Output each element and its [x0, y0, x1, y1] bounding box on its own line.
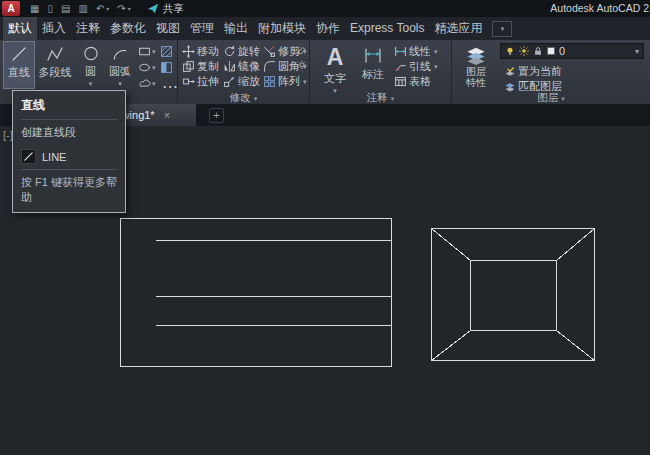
array-icon: [263, 75, 276, 88]
table-icon: [394, 75, 407, 88]
scale-icon: [223, 75, 236, 88]
line-button[interactable]: 直线: [4, 42, 34, 88]
erase-icon: [297, 45, 307, 55]
undo-dropdown-icon[interactable]: ▾: [106, 5, 109, 12]
chevron-down-icon: ▾: [391, 95, 395, 102]
drawn-diagonal-br[interactable]: [557, 331, 595, 361]
explode-button[interactable]: [297, 60, 307, 70]
drawn-diagonal-tl[interactable]: [432, 229, 471, 261]
ribbon-tab-manage[interactable]: 管理: [185, 17, 219, 40]
tooltip-description: 创建直线段: [21, 125, 117, 140]
arc-button[interactable]: 圆弧 ▾: [106, 42, 134, 88]
undo-icon[interactable]: ↶: [96, 3, 104, 14]
rotate-button[interactable]: 旋转: [223, 44, 260, 59]
save-icon[interactable]: ▤: [61, 3, 70, 14]
ribbon-tab-featured-apps[interactable]: 精选应用: [429, 17, 487, 40]
layer-select[interactable]: 0 ▾: [500, 43, 644, 59]
chevron-down-icon: ▾: [434, 63, 438, 71]
text-button[interactable]: A 文字 ▾: [318, 42, 352, 88]
revision-cloud-icon: [138, 77, 151, 90]
move-button[interactable]: 移动: [182, 44, 219, 59]
menu-icon[interactable]: ▦: [30, 3, 39, 14]
share-icon: [147, 3, 159, 15]
ribbon-tab-express-tools[interactable]: Express Tools: [345, 17, 429, 40]
chevron-down-icon: ▾: [152, 48, 156, 56]
layer-color-swatch: [547, 47, 555, 55]
share-label: 共享: [163, 2, 184, 16]
chevron-down-icon: ▾: [152, 64, 156, 72]
linear-dimension-button[interactable]: 线性 ▾: [394, 44, 438, 59]
drawn-diagonal-bl[interactable]: [432, 331, 471, 361]
stretch-button[interactable]: 拉伸: [182, 74, 219, 89]
table-button[interactable]: 表格: [394, 74, 431, 89]
layer-thaw-icon: [519, 46, 529, 56]
ribbon-tab-annotate[interactable]: 注释: [71, 17, 105, 40]
leader-button[interactable]: 引线 ▾: [394, 59, 438, 74]
copy-button[interactable]: 复制: [182, 59, 219, 74]
line-icon: [10, 45, 28, 63]
tooltip-command: LINE: [42, 151, 66, 163]
layers-panel-label[interactable]: 图层 ▾: [452, 91, 650, 104]
circle-label: 圆: [85, 64, 96, 79]
redo-dropdown-icon[interactable]: ▾: [128, 5, 131, 12]
chevron-down-icon: ▾: [303, 78, 307, 86]
rectangle-icon: [138, 45, 151, 58]
ribbon-tab-addins[interactable]: 附加模块: [253, 17, 311, 40]
drawn-diagonal-tr[interactable]: [557, 229, 595, 261]
hatch-button[interactable]: [160, 45, 173, 58]
ribbon-tab-view[interactable]: 视图: [151, 17, 185, 40]
tooltip-command-row: LINE: [21, 149, 117, 164]
chevron-down-icon: ▾: [501, 25, 505, 33]
ribbon-tab-parametric[interactable]: 参数化: [105, 17, 151, 40]
circle-button[interactable]: 圆 ▾: [77, 42, 104, 88]
copy-icon: [182, 60, 195, 73]
gradient-button[interactable]: [160, 61, 173, 74]
ribbon-minimize-button[interactable]: ▾: [492, 21, 512, 37]
annotation-panel-label[interactable]: 注释 ▾: [310, 91, 451, 104]
ribbon-tab-output[interactable]: 输出: [219, 17, 253, 40]
share-button[interactable]: 共享: [147, 2, 184, 16]
tooltip-divider: [21, 169, 117, 170]
set-current-layer-button[interactable]: 置为当前: [504, 64, 562, 79]
array-button[interactable]: 阵列 ▾: [263, 74, 307, 89]
ellipse-icon: [138, 61, 151, 74]
revision-cloud-button[interactable]: ▾: [138, 77, 156, 90]
new-drawing-tab-button[interactable]: +: [209, 108, 224, 123]
trim-icon: [263, 45, 276, 58]
mirror-button[interactable]: 镜像: [223, 59, 260, 74]
chevron-down-icon: ▾: [434, 48, 438, 56]
title-bar: A ▦ ▯ ▤ ▥ ↶ ▾ ↷ ▾ 共享 Autodesk AutoCAD 2: [0, 0, 650, 17]
fillet-icon: [263, 60, 276, 73]
chevron-down-icon: ▾: [152, 80, 156, 88]
ribbon-tab-home[interactable]: 默认: [3, 17, 37, 40]
text-icon: A: [327, 45, 344, 69]
chevron-down-icon: ▾: [561, 95, 565, 102]
dimension-button[interactable]: 标注: [357, 42, 389, 88]
line-label: 直线: [8, 65, 30, 80]
drawn-inner-square[interactable]: [471, 261, 557, 331]
redo-icon[interactable]: ↷: [117, 3, 125, 14]
stretch-icon: [182, 75, 195, 88]
new-file-icon[interactable]: ▯: [47, 3, 53, 14]
layers-panel: 图层 特性 0 ▾ 置为当前 匹配图层 图层 ▾: [452, 40, 650, 104]
close-icon[interactable]: ×: [164, 109, 170, 121]
rectangle-button[interactable]: ▾: [138, 45, 156, 58]
chevron-down-icon: ▾: [118, 80, 122, 88]
ribbon-tab-insert[interactable]: 插入: [37, 17, 71, 40]
arc-icon: [111, 45, 129, 62]
chevron-down-icon: ▾: [254, 95, 258, 102]
ribbon-tab-collaborate[interactable]: 协作: [311, 17, 345, 40]
chevron-down-icon: ▾: [635, 47, 639, 56]
polyline-icon: [46, 45, 64, 63]
polyline-label: 多段线: [39, 65, 72, 80]
layer-properties-button[interactable]: 图层 特性: [456, 42, 496, 88]
polyline-button[interactable]: 多段线: [36, 42, 74, 88]
print-icon[interactable]: ▥: [78, 3, 87, 14]
modify-panel-label[interactable]: 修改 ▾: [178, 91, 309, 104]
annotation-panel: A 文字 ▾ 标注 线性 ▾ 引线 ▾ 表格: [310, 40, 452, 104]
scale-button[interactable]: 缩放: [223, 74, 260, 89]
ellipse-button[interactable]: ▾: [138, 61, 156, 74]
quick-access-toolbar: ▦ ▯ ▤ ▥ ↶ ▾ ↷ ▾: [30, 3, 131, 14]
erase-button[interactable]: [297, 45, 307, 55]
autocad-logo[interactable]: A: [2, 1, 20, 16]
